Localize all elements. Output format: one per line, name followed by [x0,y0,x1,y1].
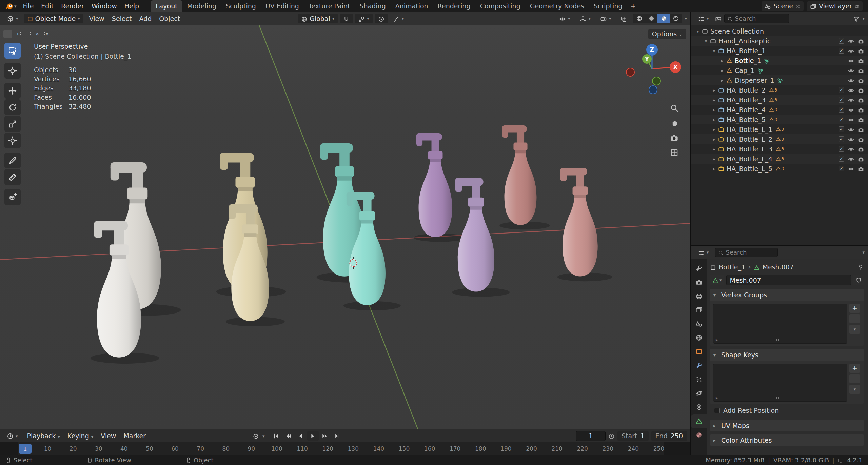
select-mode-new-button[interactable] [3,30,12,38]
hide-toggle[interactable] [848,145,854,153]
select-mode-intersect-button[interactable]: ∩ [43,30,52,38]
current-frame-field[interactable] [576,431,606,441]
add-rest-position-checkbox[interactable]: ✓ Add Rest Position [710,404,864,417]
xray-toggle[interactable] [617,14,630,23]
proportional-falloff-dropdown[interactable]: ▾ [390,14,408,23]
camera-icon[interactable] [858,156,864,162]
shape-keys-list[interactable]: ▸ [713,364,847,402]
eye-icon[interactable] [848,127,854,133]
timeline-menu-playback[interactable]: Playback ▾ [23,431,64,441]
expand-icon[interactable]: ▸ [718,68,726,73]
workspace-tab-layout[interactable]: Layout [151,0,182,12]
scene-selector[interactable]: Scene [762,1,804,11]
outliner-options-chevron-icon[interactable]: ▾ [862,16,865,21]
unlink-scene-icon[interactable] [795,4,801,9]
workspace-tab-animation[interactable]: Animation [391,0,433,12]
outliner-row-bottle_1[interactable]: ▸Bottle_1 [691,56,868,65]
prev-keyframe-button[interactable] [283,431,294,441]
shading-solid-button[interactable] [645,14,657,23]
hide-toggle[interactable] [848,67,854,74]
outliner-row-ha_bottle_l_2[interactable]: ▸HA_Bottle_L_23✓ [691,134,868,144]
outliner-row-ha_bottle_l_1[interactable]: ▸HA_Bottle_L_13✓ [691,124,868,134]
shading-rendered-button[interactable] [670,14,682,23]
viewport-canvas[interactable]: +−✕∩ Options⌄ User Perspective (1) Scene… [0,25,690,429]
viewport-menu-view[interactable]: View [85,14,108,23]
outliner-row-ha_bottle_5[interactable]: ▸HA_Bottle_53✓ [691,115,868,124]
add-workspace-button[interactable]: + [627,0,639,12]
remove-shape-key-button[interactable]: − [849,374,860,383]
camera-icon[interactable] [858,117,864,123]
workspace-tab-compositing[interactable]: Compositing [475,0,525,12]
menu-file[interactable]: File [19,1,38,11]
auto-keying-dropdown-icon[interactable]: ▾ [262,433,265,439]
tool-scale-button[interactable] [4,116,21,132]
orientation-dropdown[interactable]: Global▾ [298,14,338,23]
tool-rotate-button[interactable] [4,99,21,115]
menu-edit[interactable]: Edit [37,1,57,11]
hide-toggle[interactable] [848,77,854,84]
expand-icon[interactable]: ▸ [710,107,718,113]
end-frame-field[interactable]: End250 [651,431,687,441]
camera-visibility[interactable] [858,136,864,143]
camera-view-button[interactable] [670,134,678,142]
eye-icon[interactable] [848,156,854,162]
play-button[interactable] [307,431,319,441]
viewport-menu-select[interactable]: Select [108,14,136,23]
hide-toggle[interactable] [848,126,854,133]
snap-toggle[interactable] [340,14,353,23]
workspace-tab-scripting[interactable]: Scripting [589,0,627,12]
workspace-tab-sculpting[interactable]: Sculpting [221,0,261,12]
options-dropdown[interactable]: Options⌄ [648,29,686,39]
auto-keying-toggle[interactable] [250,431,261,441]
new-view-layer-icon[interactable] [854,4,860,9]
gizmos-dropdown[interactable]: ▾ [576,14,594,23]
navigation-gizmo[interactable]: XYZ [623,40,681,98]
expand-icon[interactable]: ▸ [710,137,718,142]
gizmo-axis-y-negative[interactable] [652,77,660,85]
toggle-orthographic-button[interactable] [670,148,678,157]
view-layer-selector[interactable]: ViewLayer [807,1,863,11]
hide-toggle[interactable] [848,57,854,64]
remove-vertex-group-button[interactable]: − [849,314,860,323]
camera-visibility[interactable] [858,96,864,104]
tool-move-button[interactable] [4,83,21,99]
viewport-menu-object[interactable]: Object [155,14,184,23]
select-mode-subtract-button[interactable]: − [23,30,32,38]
include-checkbox-icon[interactable]: ✓ [839,117,844,122]
pan-hand-button[interactable] [670,119,678,127]
bottle-rose-small[interactable] [557,168,612,281]
editor-type-button[interactable]: ▾ [3,14,22,23]
outliner-row-hand_antiseptic[interactable]: ▾Hand_Antiseptic✓ [691,36,868,46]
camera-visibility[interactable] [858,126,864,133]
camera-icon[interactable] [858,87,864,94]
expand-icon[interactable]: ▸ [710,117,718,122]
eye-icon[interactable] [848,146,854,153]
eye-icon[interactable] [848,78,854,84]
outliner-row-dispenser_1[interactable]: ▸Dispenser_1 [691,75,868,85]
play-reverse-button[interactable] [295,431,307,441]
include-checkbox-icon[interactable]: ✓ [839,87,844,93]
vertex-groups-panel-header[interactable]: ▾Vertex Groups [710,289,864,301]
eye-icon[interactable] [848,58,854,64]
checkbox-icon[interactable]: ✓ [714,408,720,413]
next-keyframe-button[interactable] [319,431,331,441]
include-checkbox-icon[interactable]: ✓ [839,48,844,54]
properties-tab-data[interactable] [691,414,707,428]
vertex-groups-list[interactable]: ▸ [713,304,847,344]
eye-icon[interactable] [848,68,854,74]
eye-icon[interactable] [848,87,854,94]
jump-start-button[interactable] [271,431,282,441]
current-frame-indicator[interactable]: 1 [19,444,32,454]
gizmo-axis-z-negative[interactable] [649,86,657,94]
visibility-dropdown[interactable]: ▾ [556,14,574,23]
camera-icon[interactable] [858,146,864,153]
properties-editor-type-button[interactable]: ▾ [694,247,712,257]
eye-icon[interactable] [848,117,854,123]
outliner-row-cap_1[interactable]: ▸Cap_1 [691,65,868,75]
properties-tab-modifiers[interactable] [691,359,707,372]
hide-toggle[interactable] [848,37,854,45]
vertex-group-specials-button[interactable]: ▾ [849,325,860,334]
hide-toggle[interactable] [848,116,854,123]
jump-end-button[interactable] [332,431,343,441]
shading-material-preview-button[interactable] [657,14,670,23]
